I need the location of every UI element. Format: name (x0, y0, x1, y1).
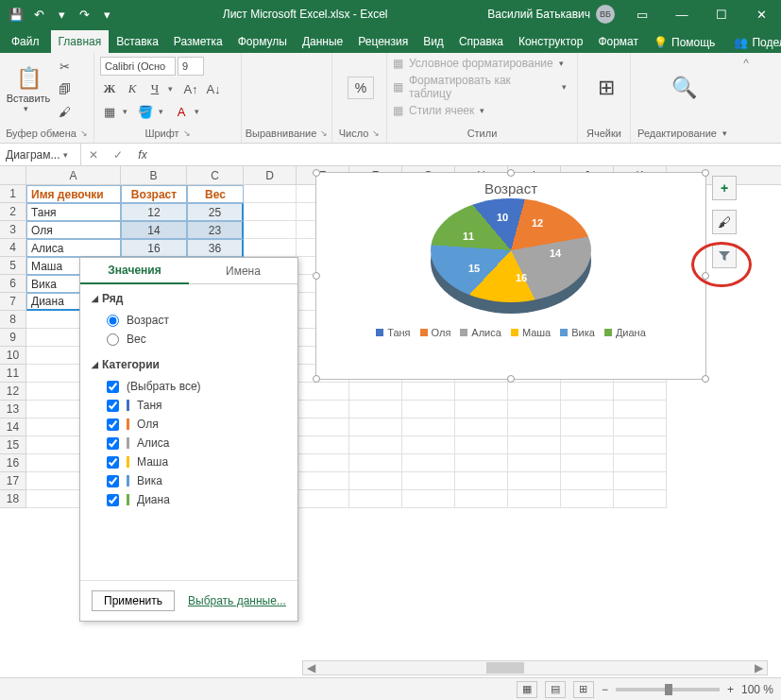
editing-button[interactable]: 🔍 (637, 57, 731, 119)
cell[interactable] (402, 490, 455, 508)
resize-handle[interactable] (313, 272, 320, 280)
row-header[interactable]: 4 (0, 239, 26, 257)
cell[interactable] (508, 436, 561, 454)
cell[interactable]: Имя девочки (26, 185, 121, 203)
cell[interactable] (561, 490, 614, 508)
cell[interactable] (614, 401, 667, 418)
name-box[interactable]: Диаграм... ▾ (0, 144, 81, 165)
chart-styles-button[interactable]: 🖌 (712, 210, 737, 234)
horizontal-scrollbar[interactable]: ◀ ▶ (302, 660, 768, 675)
fill-color-icon[interactable]: 🪣 (136, 102, 155, 121)
share-button[interactable]: 👥 Поделиться (726, 32, 781, 53)
cell[interactable]: 23 (187, 221, 244, 239)
row-header[interactable]: 16 (0, 454, 26, 472)
cell[interactable]: 16 (121, 239, 187, 257)
cell[interactable] (614, 383, 667, 401)
tell-me[interactable]: 💡 Помощь (646, 32, 722, 53)
legend-item[interactable]: Алиса (460, 327, 501, 338)
undo-icon[interactable]: ↶ (28, 4, 49, 25)
cell[interactable]: Вес (187, 185, 244, 203)
cell[interactable] (349, 454, 402, 472)
cell[interactable] (455, 472, 508, 490)
cell[interactable] (455, 454, 508, 472)
cell[interactable] (297, 418, 349, 436)
cell[interactable] (614, 418, 667, 436)
category-option[interactable]: Диана (92, 490, 286, 509)
user-avatar[interactable]: ВБ (596, 5, 615, 24)
col-header[interactable]: C (187, 166, 244, 184)
checkbox-input[interactable] (107, 475, 119, 487)
zoom-in-button[interactable]: + (727, 683, 734, 696)
select-data-link[interactable]: Выбрать данные... (188, 594, 286, 607)
checkbox-input[interactable] (107, 494, 119, 506)
view-layout-button[interactable]: ▤ (545, 681, 566, 698)
chevron-down-icon[interactable]: ▾ (168, 84, 178, 94)
cell[interactable] (349, 472, 402, 490)
cell[interactable] (455, 490, 508, 508)
cell[interactable] (508, 418, 561, 436)
cell[interactable] (614, 436, 667, 454)
row-header[interactable]: 6 (0, 275, 26, 293)
cell[interactable] (349, 490, 402, 508)
col-header[interactable]: D (244, 166, 297, 184)
resize-handle[interactable] (702, 272, 709, 280)
grow-font-icon[interactable]: A↑ (181, 79, 200, 98)
cell[interactable]: 36 (187, 239, 244, 257)
series-option[interactable]: Вес (92, 330, 286, 349)
select-all-corner[interactable] (0, 166, 26, 184)
italic-button[interactable]: К (123, 79, 142, 98)
legend-item[interactable]: Оля (420, 327, 451, 338)
cell[interactable]: 12 (121, 203, 187, 221)
cell[interactable] (614, 490, 667, 508)
font-color-icon[interactable]: A (172, 102, 191, 121)
col-header[interactable]: A (26, 166, 121, 184)
cell[interactable] (561, 401, 614, 418)
row-header[interactable]: 3 (0, 221, 26, 239)
col-header[interactable]: B (121, 166, 187, 184)
chart-elements-button[interactable]: + (712, 176, 737, 200)
category-option[interactable]: Алиса (92, 434, 286, 452)
cell[interactable] (561, 418, 614, 436)
legend-item[interactable]: Таня (376, 327, 410, 338)
cell[interactable] (402, 436, 455, 454)
cell[interactable] (455, 401, 508, 418)
series-section-header[interactable]: ◢Ряд (92, 292, 286, 305)
undo-dropdown-icon[interactable]: ▾ (51, 4, 72, 25)
popup-tab-names[interactable]: Имена (189, 258, 297, 284)
cell[interactable] (297, 454, 349, 472)
formula-input[interactable] (155, 144, 781, 165)
cell[interactable]: Возраст (121, 185, 187, 203)
category-option[interactable]: Оля (92, 415, 286, 434)
underline-button[interactable]: Ч (145, 79, 164, 98)
scrollbar-thumb[interactable] (486, 662, 524, 674)
cell[interactable] (508, 383, 561, 401)
scroll-right-icon[interactable]: ▶ (751, 661, 767, 674)
tab-data[interactable]: Данные (295, 30, 350, 53)
cell[interactable] (561, 454, 614, 472)
cell[interactable] (561, 472, 614, 490)
cell[interactable] (614, 454, 667, 472)
cell[interactable] (614, 472, 667, 490)
minimize-icon[interactable]: — (662, 0, 702, 28)
cell[interactable] (349, 401, 402, 418)
cells-button[interactable]: ⊞ (584, 57, 629, 119)
cell[interactable] (508, 454, 561, 472)
cell[interactable] (508, 490, 561, 508)
cell[interactable] (297, 472, 349, 490)
radio-input[interactable] (107, 333, 119, 346)
tab-design[interactable]: Конструктор (511, 30, 590, 53)
cell[interactable]: Оля (26, 221, 121, 239)
checkbox-input[interactable] (107, 418, 119, 431)
save-icon[interactable]: 💾 (6, 4, 26, 25)
cell[interactable] (402, 472, 455, 490)
cell[interactable] (455, 436, 508, 454)
category-option[interactable]: (Выбрать все) (92, 377, 286, 396)
cell[interactable] (297, 490, 349, 508)
tab-home[interactable]: Главная (51, 30, 110, 53)
cell[interactable] (561, 436, 614, 454)
qat-customize-icon[interactable]: ▾ (96, 4, 117, 25)
scroll-left-icon[interactable]: ◀ (303, 661, 319, 674)
cancel-icon[interactable]: ✕ (81, 148, 106, 162)
row-header[interactable]: 15 (0, 436, 26, 454)
row-header[interactable]: 11 (0, 365, 26, 383)
